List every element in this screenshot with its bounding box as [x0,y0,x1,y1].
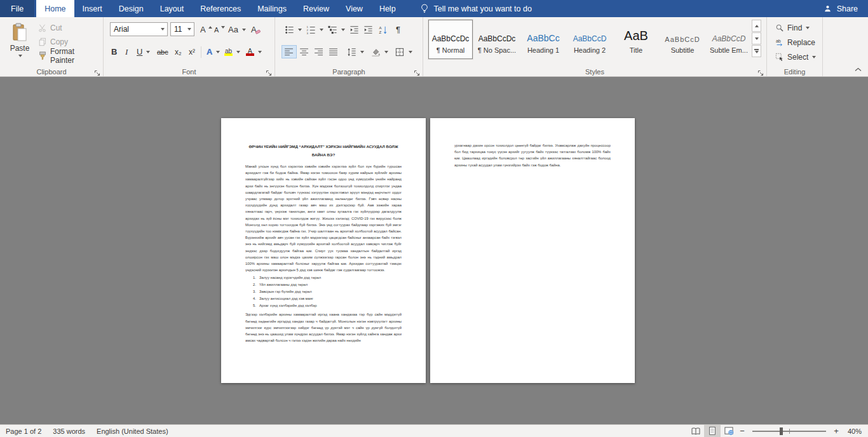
align-right-button[interactable] [311,45,327,58]
shading-button[interactable] [368,45,391,58]
tab-layout[interactable]: Layout [152,0,193,17]
cut-button[interactable]: Cut [35,21,65,34]
highlight-dropdown-arrow[interactable] [236,51,240,53]
page1-text-area[interactable]: ӨРЧИН ҮЕИЙН НИЙГЭМД “АРХИДАЛТ” ХЭРХЭН НИ… [245,142,402,364]
list-item[interactable]: 5.Архаг хүнд хэлбэрийн дэд хэлбэр [253,302,402,309]
select-button[interactable]: Select [772,50,818,64]
document-page-1[interactable]: ӨРЧИН ҮЕИЙН НИЙГЭМД “АРХИДАЛТ” ХЭРХЭН НИ… [221,118,426,383]
zoom-out-button[interactable]: − [737,426,747,436]
word-count-status[interactable]: 335 words [47,425,91,437]
select-dropdown-arrow[interactable] [812,56,816,58]
superscript-button[interactable]: x² [186,45,198,58]
paragraph-dialog-launcher[interactable] [414,67,421,74]
style-subtitle[interactable]: AaBbCcD Subtitle [660,20,705,59]
tab-file[interactable]: File [0,0,34,17]
increase-indent-button[interactable] [360,23,376,36]
style-heading1[interactable]: AaBbCc Heading 1 [521,20,566,59]
font-color-button[interactable]: A [243,45,264,58]
shading-arrow[interactable] [384,51,388,53]
bullets-arrow[interactable] [298,29,302,31]
document-title[interactable]: ӨРЧИН ҮЕИЙН НИЙГЭМД “АРХИДАЛТ” ХЭРХЭН НИ… [245,142,402,159]
text-effects-button[interactable]: A [204,45,222,58]
tab-help[interactable]: Help [371,0,404,17]
document-paragraph-1[interactable]: Манай улсын хүнд бол хэрэглээ хэвийн хэв… [245,163,402,273]
style-normal[interactable]: AaBbCcDc ¶ Normal [428,20,473,59]
underline-dropdown-arrow[interactable] [146,51,150,53]
clipboard-dialog-launcher[interactable] [94,67,101,74]
multilevel-list-arrow[interactable] [341,29,345,31]
font-size-combo[interactable]: 11 [170,22,194,36]
change-case-button[interactable]: Aa [226,23,248,36]
underline-button[interactable]: U [134,45,153,58]
line-spacing-arrow[interactable] [360,51,364,53]
zoom-in-button[interactable]: + [831,426,841,436]
bold-button[interactable]: B [109,45,119,58]
language-status[interactable]: English (United States) [91,425,174,437]
list-item[interactable]: 4.Залуу антисоциал дэд хэв маяг [253,295,402,302]
font-color-dropdown-arrow[interactable] [258,51,262,53]
format-painter-button[interactable]: Format Painter [35,49,103,62]
tab-home[interactable]: Home [36,0,74,17]
tab-references[interactable]: References [192,0,249,17]
styles-dialog-launcher[interactable] [757,67,764,74]
tell-me-box[interactable]: Tell me what you want to do [410,0,541,17]
share-button[interactable]: Share [813,0,868,17]
numbering-button[interactable]: 123 [303,23,326,36]
multilevel-list-button[interactable] [325,23,348,36]
zoom-slider-track[interactable] [752,431,826,432]
italic-button[interactable]: I [123,45,130,58]
zoom-percentage[interactable]: 40% [841,427,868,435]
align-center-button[interactable] [297,45,312,58]
styles-gallery-more-button[interactable] [752,45,761,57]
list-item[interactable]: 3.Завсрын гэр бүлийн дэд төрөл [253,288,402,295]
style-heading2[interactable]: AaBbCcD Heading 2 [567,20,612,59]
justify-button[interactable] [326,45,341,58]
tab-design[interactable]: Design [111,0,152,17]
tab-mailings[interactable]: Mailings [249,0,295,17]
borders-button[interactable] [392,45,415,58]
highlight-color-button[interactable]: ab [222,45,243,58]
style-no-spacing[interactable]: AaBbCcDc ¶ No Spac... [475,20,519,59]
zoom-slider-thumb[interactable] [780,427,783,435]
subscript-button[interactable]: x₂ [172,45,184,58]
decrease-indent-button[interactable] [346,23,362,36]
line-spacing-button[interactable] [344,45,367,58]
clear-formatting-button[interactable]: A [248,23,259,36]
tab-insert[interactable]: Insert [74,0,111,17]
document-page-2[interactable]: урхагнаар дахин орсон тохиолдол цөөнгүй … [430,118,635,383]
bullets-button[interactable] [281,23,304,36]
list-item[interactable]: 2.Үйл ажиллагааны дэд төрөл [253,281,402,288]
font-dialog-launcher[interactable] [266,67,273,74]
replace-button[interactable]: ab Replace [772,36,818,49]
tab-view[interactable]: View [337,0,371,17]
find-dropdown-arrow[interactable] [806,27,810,29]
align-left-button[interactable] [281,45,297,58]
web-layout-button[interactable] [721,425,737,437]
clear-formatting-icon: A [251,25,257,34]
styles-scroll-up-button[interactable] [752,20,761,32]
style-subtle-emphasis[interactable]: AaBbCcD Subtle Em... [707,20,751,59]
numbering-arrow[interactable] [320,29,323,31]
font-size-dropdown-arrow[interactable] [184,23,194,36]
document-paragraph-2[interactable]: Эдгээр хэлбэрийн архины хамааралтай иргэ… [245,311,402,344]
font-family-combo[interactable]: Arial [110,22,168,36]
collapse-ribbon-button[interactable] [853,65,863,74]
show-paragraph-marks-button[interactable]: ¶ [393,23,403,36]
sort-button[interactable]: AZ [376,23,391,36]
list-item-number: 4. [253,295,259,302]
find-button[interactable]: Find [772,21,812,34]
read-mode-button[interactable] [688,425,704,437]
tab-review[interactable]: Review [295,0,337,17]
style-title[interactable]: AaB Title [614,20,658,59]
font-family-dropdown-arrow[interactable] [158,23,167,36]
list-item[interactable]: 1.Залуу насанд хүрэгчдийн дэд төрөл [253,274,402,281]
styles-scroll-down-button[interactable] [752,32,761,44]
paste-button[interactable]: Paste [6,20,33,63]
strikethrough-button[interactable]: abc [154,45,171,58]
page2-text-area[interactable]: урхагнаар дахин орсон тохиолдол цөөнгүй … [454,142,611,364]
borders-arrow[interactable] [409,51,412,53]
print-layout-button[interactable] [704,425,721,437]
document-numbered-list[interactable]: 1.Залуу насанд хүрэгчдийн дэд төрөл 2.Үй… [253,274,402,309]
page-count-status[interactable]: Page 1 of 2 [0,425,47,437]
document-paragraph-3[interactable]: урхагнаар дахин орсон тохиолдол цөөнгүй … [454,142,611,168]
